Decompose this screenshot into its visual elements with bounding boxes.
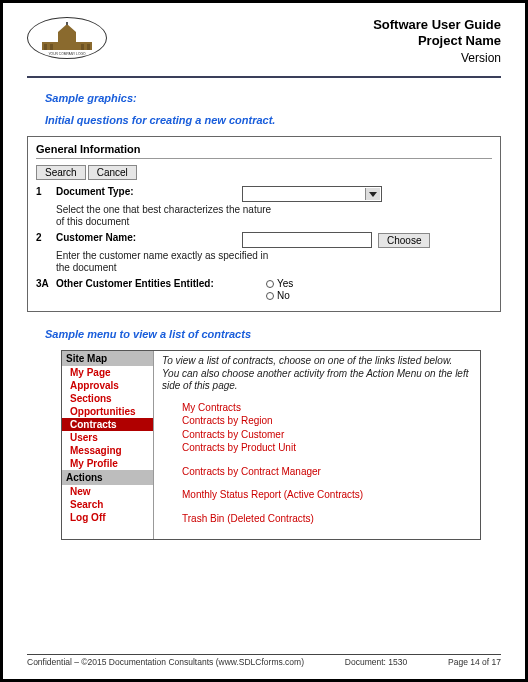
row-entities-entitled: 3A Other Customer Entities Entitled: Yes… xyxy=(36,278,492,301)
sidebar-item-approvals[interactable]: Approvals xyxy=(62,379,153,392)
contracts-link[interactable]: Contracts by Region xyxy=(162,414,472,428)
sidebar-item-contracts[interactable]: Contracts xyxy=(62,418,153,431)
sidebar-item-opportunities[interactable]: Opportunities xyxy=(62,405,153,418)
general-info-panel: General Information Search Cancel 1 Docu… xyxy=(27,136,501,312)
contracts-link[interactable]: Contracts by Product Unit xyxy=(162,441,472,455)
svg-rect-3 xyxy=(44,44,47,50)
contracts-link[interactable]: My Contracts xyxy=(162,401,472,415)
actions-header: Actions xyxy=(62,470,153,485)
company-logo: YOUR COMPANY LOGO xyxy=(27,17,107,59)
footer-left: Confidential – ©2015 Documentation Consu… xyxy=(27,657,304,667)
action-item-search[interactable]: Search xyxy=(62,498,153,511)
row2-num: 2 xyxy=(36,232,50,243)
row-customer-name: 2 Customer Name: Choose xyxy=(36,232,492,248)
contracts-menu: Site Map My PageApprovalsSectionsOpportu… xyxy=(61,350,481,540)
doc-version: Version xyxy=(373,50,501,67)
panel-button-row: Search Cancel xyxy=(36,165,492,180)
svg-rect-0 xyxy=(42,42,92,50)
customer-name-input[interactable] xyxy=(242,232,372,248)
radio-no-label: No xyxy=(277,290,290,301)
caption-initial-questions: Initial questions for creating a new con… xyxy=(45,114,501,126)
contracts-link[interactable]: Contracts by Contract Manager xyxy=(162,465,472,479)
contracts-link[interactable]: Trash Bin (Deleted Contracts) xyxy=(162,512,472,526)
action-item-new[interactable]: New xyxy=(62,485,153,498)
action-item-log-off[interactable]: Log Off xyxy=(62,511,153,524)
doc-title: Software User Guide xyxy=(373,17,501,33)
svg-rect-1 xyxy=(58,32,76,42)
sidebar-item-my-page[interactable]: My Page xyxy=(62,366,153,379)
sidebar-item-users[interactable]: Users xyxy=(62,431,153,444)
radio-yes[interactable]: Yes xyxy=(266,278,293,289)
caption-sample-menu: Sample menu to view a list of contracts xyxy=(45,328,501,340)
row1-num: 1 xyxy=(36,186,50,197)
search-button[interactable]: Search xyxy=(36,165,86,180)
sidebar-item-my-profile[interactable]: My Profile xyxy=(62,457,153,470)
sitemap-header: Site Map xyxy=(62,351,153,366)
row1-label: Document Type: xyxy=(56,186,236,197)
svg-rect-5 xyxy=(81,44,84,50)
row1-help: Select the one that best characterizes t… xyxy=(56,204,276,228)
choose-button[interactable]: Choose xyxy=(378,233,430,248)
logo-caption-text: YOUR COMPANY LOGO xyxy=(48,52,86,56)
menu-content: To view a list of contracts, choose on o… xyxy=(154,351,480,539)
panel-title: General Information xyxy=(36,143,492,159)
svg-rect-6 xyxy=(87,44,90,50)
radio-icon xyxy=(266,280,274,288)
sidebar-item-sections[interactable]: Sections xyxy=(62,392,153,405)
footer-mid: Document: 1530 xyxy=(345,657,407,667)
page-header: YOUR COMPANY LOGO Software User Guide Pr… xyxy=(27,17,501,72)
contracts-link[interactable]: Contracts by Customer xyxy=(162,428,472,442)
radio-no[interactable]: No xyxy=(266,290,293,301)
row3-num: 3A xyxy=(36,278,50,289)
header-text: Software User Guide Project Name Version xyxy=(373,17,501,66)
header-rule xyxy=(27,76,501,78)
document-page: YOUR COMPANY LOGO Software User Guide Pr… xyxy=(0,0,528,682)
footer-rule xyxy=(27,654,501,655)
svg-rect-2 xyxy=(66,22,68,25)
svg-rect-4 xyxy=(50,44,53,50)
sidebar-item-messaging[interactable]: Messaging xyxy=(62,444,153,457)
page-footer: Confidential – ©2015 Documentation Consu… xyxy=(27,654,501,667)
footer-right: Page 14 of 17 xyxy=(448,657,501,667)
caption-sample-graphics: Sample graphics: xyxy=(45,92,501,104)
row3-label: Other Customer Entities Entitled: xyxy=(56,278,256,289)
contracts-link[interactable]: Monthly Status Report (Active Contracts) xyxy=(162,488,472,502)
document-type-select[interactable] xyxy=(242,186,382,202)
row2-label: Customer Name: xyxy=(56,232,236,243)
menu-intro: To view a list of contracts, choose on o… xyxy=(162,355,472,393)
cancel-button[interactable]: Cancel xyxy=(88,165,137,180)
project-name: Project Name xyxy=(373,33,501,49)
row-document-type: 1 Document Type: xyxy=(36,186,492,202)
radio-yes-label: Yes xyxy=(277,278,293,289)
menu-sidebar: Site Map My PageApprovalsSectionsOpportu… xyxy=(62,351,154,539)
radio-icon xyxy=(266,292,274,300)
row2-help: Enter the customer name exactly as speci… xyxy=(56,250,276,274)
